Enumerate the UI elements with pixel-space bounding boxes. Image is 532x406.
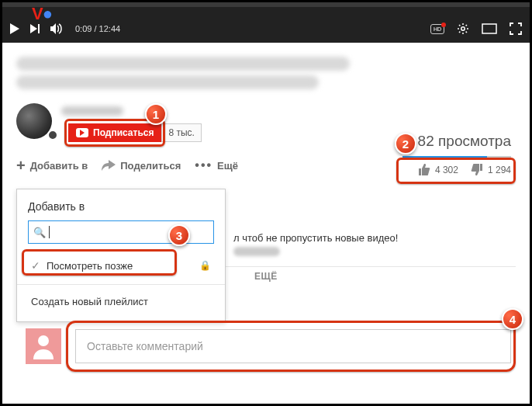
- settings-gear-icon[interactable]: [457, 23, 469, 35]
- svg-point-2: [38, 335, 49, 346]
- video-player[interactable]: V● 0:09 / 12:44 HD: [2, 2, 530, 43]
- next-icon[interactable]: [30, 24, 40, 33]
- video-title-blurred: [16, 57, 350, 71]
- thumbs-down-icon: [471, 164, 483, 175]
- text-caret: [49, 226, 50, 238]
- create-playlist-button[interactable]: Создать новый плейлист: [28, 293, 214, 314]
- video-subtitle-blurred: [16, 75, 319, 89]
- play-icon[interactable]: [10, 23, 19, 34]
- volume-icon[interactable]: [50, 23, 64, 35]
- more-label: Ещё: [217, 160, 238, 172]
- add-to-label: Добавить в: [30, 160, 88, 172]
- search-icon: 🔍: [33, 227, 46, 238]
- comment-input[interactable]: Оставьте комментарий: [75, 329, 511, 363]
- subscribe-group: Подписаться 8 тыс.: [68, 123, 202, 142]
- callout-badge-3: 3: [168, 224, 190, 246]
- comment-placeholder: Оставьте комментарий: [87, 340, 203, 352]
- subscribe-label: Подписаться: [93, 127, 154, 138]
- youtube-play-icon: [76, 128, 88, 137]
- fullscreen-icon[interactable]: [510, 23, 522, 35]
- watch-later-label: Посмотреть позже: [47, 260, 199, 272]
- theater-mode-icon[interactable]: [482, 23, 497, 34]
- subscribe-button[interactable]: Подписаться: [68, 123, 161, 142]
- popup-title: Добавить в: [28, 200, 214, 213]
- add-to-popup: Добавить в 🔍 ✓ Посмотреть позже 🔒 Создат…: [16, 189, 226, 322]
- share-arrow-icon: [102, 160, 116, 171]
- like-count: 4 302: [435, 165, 458, 175]
- channel-name-blurred: [61, 106, 123, 116]
- watch-later-row[interactable]: ✓ Посмотреть позже 🔒: [28, 255, 214, 276]
- share-label: Поделиться: [120, 160, 181, 172]
- svg-rect-1: [482, 24, 496, 33]
- more-dots-icon: •••: [195, 158, 212, 172]
- check-icon: ✓: [31, 259, 40, 272]
- subscriber-count: 8 тыс.: [161, 123, 201, 142]
- view-count: 82 просмотра: [418, 133, 511, 150]
- comment-composer: Оставьте комментарий: [26, 328, 511, 364]
- likes-row: 4 302 1 294: [418, 164, 511, 175]
- popup-divider: [17, 284, 225, 285]
- add-to-button[interactable]: + Добавить в: [16, 158, 88, 173]
- plus-icon: +: [16, 158, 26, 173]
- like-ratio-bar: [402, 156, 511, 158]
- show-more-button[interactable]: ЕЩЁ: [254, 271, 278, 282]
- thumbs-up-icon: [418, 164, 430, 175]
- user-avatar: [26, 328, 61, 364]
- like-button[interactable]: 4 302: [418, 164, 458, 175]
- verified-badge-icon: [47, 130, 58, 141]
- description-blurred: [233, 247, 280, 256]
- callout-badge-2: 2: [395, 133, 416, 154]
- player-time: 0:09 / 12:44: [75, 24, 120, 33]
- dislike-count: 1 294: [488, 165, 511, 175]
- description-snippet: л чтоб не пропустить новые видео!: [233, 232, 398, 256]
- description-line: л чтоб не пропустить новые видео!: [233, 232, 398, 244]
- share-button[interactable]: Поделиться: [102, 160, 181, 172]
- more-button[interactable]: ••• Ещё: [195, 158, 238, 172]
- lock-icon: 🔒: [199, 260, 211, 271]
- hd-badge-icon[interactable]: HD: [430, 24, 444, 34]
- progress-bar[interactable]: [2, 2, 530, 7]
- dislike-button[interactable]: 1 294: [471, 164, 511, 175]
- callout-badge-4: 4: [502, 308, 523, 330]
- callout-badge-1: 1: [145, 103, 167, 125]
- app-frame: V● 0:09 / 12:44 HD: [0, 0, 532, 406]
- player-controls: 0:09 / 12:44 HD: [2, 15, 530, 43]
- video-info: + Добавить в Поделиться ••• Ещё: [2, 43, 530, 173]
- svg-point-0: [461, 27, 465, 30]
